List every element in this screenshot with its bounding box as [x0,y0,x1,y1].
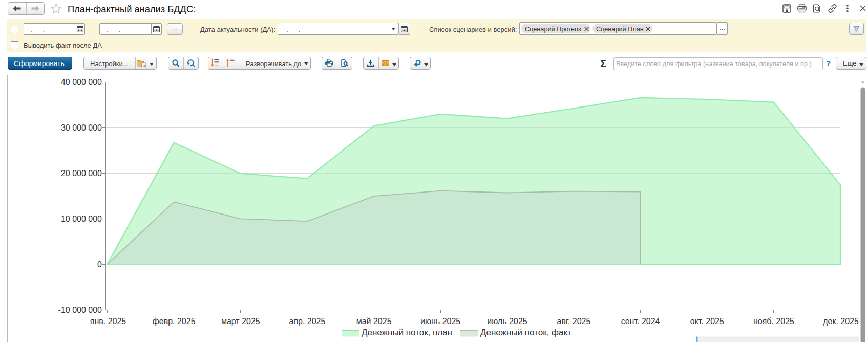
svg-text:10 000 000: 10 000 000 [61,215,102,223]
svg-text:июнь 2025: июнь 2025 [420,317,460,326]
svg-text:нояб. 2025: нояб. 2025 [753,317,794,326]
svg-text:окт. 2025: окт. 2025 [690,317,724,326]
svg-text:янв. 2025: янв. 2025 [90,317,126,326]
svg-text:Денежный поток, факт: Денежный поток, факт [480,328,571,337]
svg-text:Денежный поток, план: Денежный поток, план [362,328,452,337]
svg-text:сент. 2024: сент. 2024 [621,317,660,326]
svg-text:40 000 000: 40 000 000 [61,78,102,87]
svg-text:0: 0 [97,260,102,269]
svg-text:февр. 2025: февр. 2025 [153,317,196,326]
svg-text:июль 2025: июль 2025 [487,317,527,326]
svg-text:май 2025: май 2025 [356,317,392,326]
svg-text:дек. 2025: дек. 2025 [823,317,859,326]
svg-text:20 000 000: 20 000 000 [61,169,102,178]
svg-text:авг. 2025: авг. 2025 [557,317,591,326]
svg-text:март 2025: март 2025 [221,317,260,326]
svg-text:30 000 000: 30 000 000 [61,123,102,132]
svg-text:-10 000 000: -10 000 000 [58,306,102,314]
svg-text:апр. 2025: апр. 2025 [289,317,325,326]
